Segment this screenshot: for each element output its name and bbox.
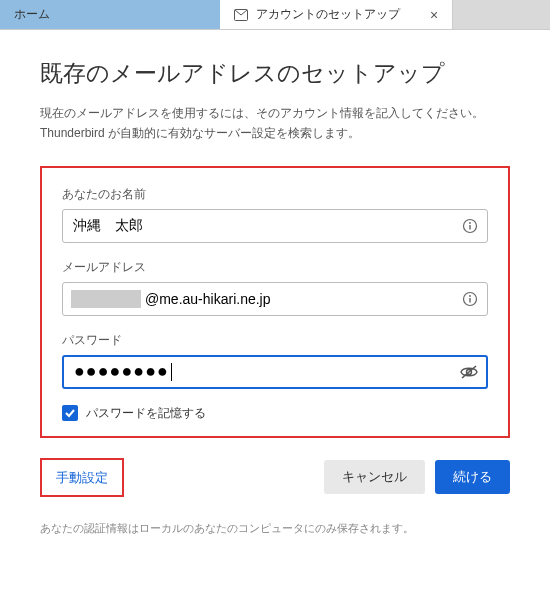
desc-line2: Thunderbird が自動的に有効なサーバー設定を検索します。 (40, 126, 360, 140)
remember-checkbox[interactable] (62, 405, 78, 421)
tab-account-setup[interactable]: アカウントのセットアップ × (220, 0, 453, 29)
manual-highlight-box: 手動設定 (40, 458, 124, 497)
info-icon[interactable] (453, 218, 487, 234)
envelope-icon (234, 9, 248, 21)
continue-button[interactable]: 続ける (435, 460, 510, 494)
button-row: 手動設定 キャンセル 続ける (40, 458, 510, 497)
page-title: 既存のメールアドレスのセットアップ (40, 58, 510, 89)
email-label: メールアドレス (62, 259, 488, 276)
svg-point-2 (469, 222, 471, 224)
svg-rect-6 (469, 298, 470, 303)
name-input-wrap[interactable] (62, 209, 488, 243)
password-input-wrap[interactable]: ●●●●●●●● (62, 355, 488, 389)
info-icon[interactable] (453, 291, 487, 307)
name-label: あなたのお名前 (62, 186, 488, 203)
check-icon (64, 407, 76, 419)
footer-note: あなたの認証情報はローカルのあなたのコンピュータにのみ保存されます。 (40, 521, 510, 536)
manual-config-link[interactable]: 手動設定 (56, 470, 108, 485)
name-field: あなたのお名前 (62, 186, 488, 243)
page-description: 現在のメールアドレスを使用するには、そのアカウント情報を記入してください。 Th… (40, 103, 510, 144)
content-area: 既存のメールアドレスのセットアップ 現在のメールアドレスを使用するには、そのアカ… (0, 30, 550, 556)
eye-off-icon[interactable] (452, 364, 486, 380)
desc-line1: 現在のメールアドレスを使用するには、そのアカウント情報を記入してください。 (40, 106, 484, 120)
email-input-wrap[interactable]: @me.au-hikari.ne.jp (62, 282, 488, 316)
remember-password-row: パスワードを記憶する (62, 405, 488, 422)
text-cursor (171, 363, 172, 381)
form-highlight-box: あなたのお名前 メールアドレス @me.au-hikari.ne.jp パスワー… (40, 166, 510, 438)
close-icon[interactable]: × (430, 7, 438, 23)
svg-point-5 (469, 295, 471, 297)
password-field: パスワード ●●●●●●●● (62, 332, 488, 389)
email-field: メールアドレス @me.au-hikari.ne.jp (62, 259, 488, 316)
tab-setup-label: アカウントのセットアップ (256, 6, 400, 23)
tab-home-label: ホーム (14, 6, 50, 23)
tab-bar: ホーム アカウントのセットアップ × (0, 0, 550, 30)
password-label: パスワード (62, 332, 488, 349)
cancel-button[interactable]: キャンセル (324, 460, 425, 494)
password-input[interactable]: ●●●●●●●● (64, 361, 452, 382)
email-domain-text: @me.au-hikari.ne.jp (141, 291, 453, 307)
email-redacted (71, 290, 141, 308)
remember-label: パスワードを記憶する (86, 405, 206, 422)
name-input[interactable] (63, 218, 453, 234)
tab-home[interactable]: ホーム (0, 0, 220, 29)
svg-rect-3 (469, 225, 470, 230)
